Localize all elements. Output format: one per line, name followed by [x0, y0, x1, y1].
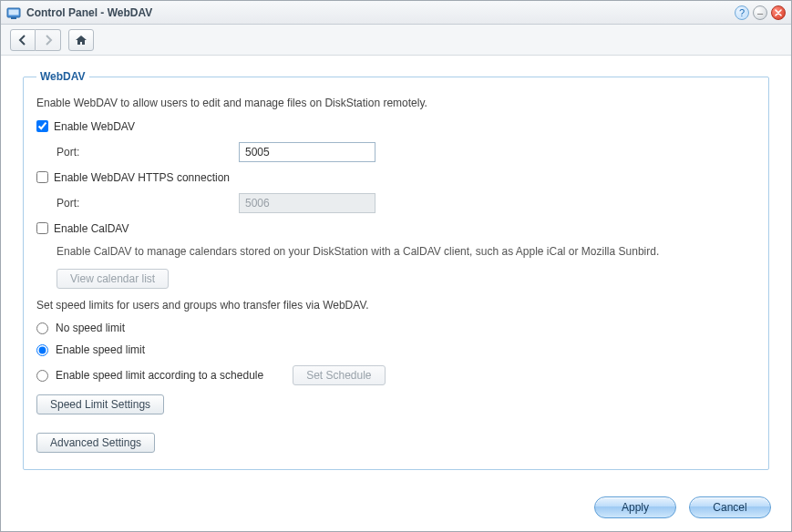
- control-panel-icon: [6, 5, 21, 20]
- section-intro: Enable WebDAV to allow users to edit and…: [36, 96, 756, 111]
- https-port-label: Port:: [57, 197, 239, 210]
- apply-button[interactable]: Apply: [594, 496, 676, 518]
- svg-rect-1: [9, 9, 19, 15]
- cancel-button[interactable]: Cancel: [689, 496, 771, 518]
- back-button[interactable]: [10, 29, 36, 51]
- enable-webdav-checkbox[interactable]: Enable WebDAV: [36, 120, 135, 133]
- port-label: Port:: [57, 146, 239, 159]
- radio-no-speed-limit-label: No speed limit: [56, 322, 125, 334]
- section-legend: WebDAV: [36, 70, 89, 83]
- help-button[interactable]: ?: [735, 5, 749, 20]
- enable-caldav-checkbox[interactable]: Enable CalDAV: [36, 222, 129, 235]
- window: Control Panel - WebDAV ? – WebDAV Enable…: [0, 0, 792, 532]
- radio-no-speed-limit[interactable]: [36, 322, 48, 334]
- enable-caldav-input[interactable]: [36, 222, 48, 234]
- speed-intro: Set speed limits for users and groups wh…: [36, 298, 756, 313]
- port-input[interactable]: [239, 142, 375, 162]
- window-title: Control Panel - WebDAV: [26, 6, 735, 19]
- https-port-input: [239, 193, 375, 213]
- advanced-settings-button[interactable]: Advanced Settings: [36, 433, 155, 453]
- radio-enable-speed-limit-label: Enable speed limit: [56, 343, 145, 356]
- radio-schedule-speed-limit[interactable]: [36, 370, 48, 382]
- webdav-section: WebDAV Enable WebDAV to allow users to e…: [23, 70, 769, 470]
- svg-rect-2: [11, 17, 16, 19]
- titlebar: Control Panel - WebDAV ? –: [1, 1, 791, 25]
- caldav-description: Enable CalDAV to manage calendars stored…: [36, 244, 756, 260]
- set-schedule-button: Set Schedule: [293, 365, 385, 385]
- content-area: WebDAV Enable WebDAV to allow users to e…: [1, 56, 791, 487]
- enable-https-input[interactable]: [36, 171, 48, 183]
- minimize-button[interactable]: –: [753, 5, 767, 20]
- footer: Apply Cancel: [1, 487, 791, 531]
- enable-https-label: Enable WebDAV HTTPS connection: [54, 171, 230, 184]
- radio-schedule-speed-limit-label: Enable speed limit according to a schedu…: [56, 369, 263, 382]
- speed-limit-settings-button[interactable]: Speed Limit Settings: [36, 394, 164, 414]
- enable-caldav-label: Enable CalDAV: [54, 222, 129, 235]
- enable-webdav-label: Enable WebDAV: [54, 120, 135, 133]
- radio-enable-speed-limit[interactable]: [36, 344, 48, 356]
- toolbar: [1, 25, 791, 56]
- enable-webdav-input[interactable]: [36, 120, 48, 132]
- view-calendar-list-button: View calendar list: [57, 269, 169, 289]
- close-button[interactable]: [771, 5, 786, 20]
- home-button[interactable]: [68, 29, 94, 51]
- forward-button[interactable]: [36, 29, 61, 51]
- enable-https-checkbox[interactable]: Enable WebDAV HTTPS connection: [36, 171, 230, 184]
